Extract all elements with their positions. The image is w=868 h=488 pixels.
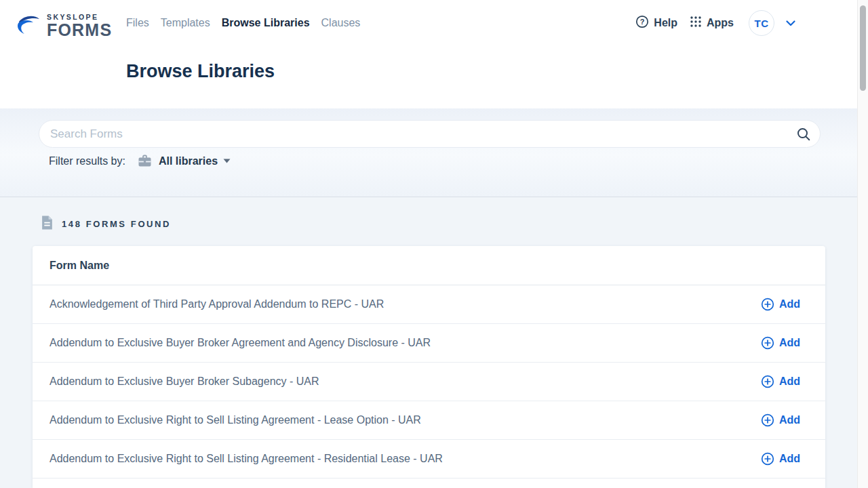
- plus-circle-icon: [761, 298, 774, 311]
- form-name: Addendum to Exclusive Buyer Broker Subag…: [50, 375, 319, 388]
- filter-label: Filter results by:: [49, 155, 125, 167]
- skyslope-swoosh-icon: [15, 13, 42, 40]
- table-row: Addendum to Exclusive Buyer Broker Subag…: [33, 363, 825, 401]
- add-label: Add: [779, 298, 800, 310]
- account-menu-chevron-down-icon[interactable]: [786, 20, 795, 26]
- table-row: Addendum to Exclusive Right to Sell List…: [33, 401, 825, 440]
- main-nav: Files Templates Browse Libraries Clauses: [126, 17, 360, 29]
- page-title: Browse Libraries: [126, 61, 275, 82]
- plus-circle-icon: [761, 413, 774, 427]
- form-name: Addendum to Exclusive Right to Sell List…: [50, 414, 421, 426]
- add-label: Add: [779, 337, 800, 349]
- help-button[interactable]: ? Help: [635, 15, 677, 31]
- nav-item-clauses[interactable]: Clauses: [321, 17, 361, 29]
- nav-item-templates[interactable]: Templates: [161, 17, 210, 29]
- document-icon: [41, 216, 53, 232]
- caret-down-icon: [223, 159, 231, 163]
- logo-text: SKYSLOPE FORMS: [47, 13, 112, 40]
- form-name: Addendum to Exclusive Right to Sell List…: [50, 453, 443, 465]
- search-section: Filter results by: All libraries: [0, 108, 868, 197]
- nav-item-files[interactable]: Files: [126, 17, 149, 29]
- logo-forms-label: FORMS: [47, 21, 112, 39]
- briefcase-icon: [138, 155, 152, 167]
- results-header: 148 FORMS FOUND: [41, 216, 171, 232]
- plus-circle-icon: [761, 452, 774, 466]
- add-label: Add: [779, 414, 800, 426]
- search-input[interactable]: [39, 127, 796, 141]
- help-label: Help: [654, 17, 677, 29]
- nav-item-browse-libraries[interactable]: Browse Libraries: [222, 17, 310, 29]
- svg-text:?: ?: [640, 18, 645, 26]
- form-name: Acknowledgement of Third Party Approval …: [50, 298, 384, 310]
- header-actions: ? Help Apps TC: [635, 9, 795, 37]
- add-form-button[interactable]: Add: [761, 336, 800, 350]
- apps-button[interactable]: Apps: [690, 16, 734, 30]
- add-form-button[interactable]: Add: [761, 413, 800, 427]
- plus-circle-icon: [761, 375, 774, 388]
- apps-grid-icon: [690, 16, 702, 30]
- add-form-button[interactable]: Add: [761, 375, 800, 388]
- search-bar: [39, 120, 821, 148]
- add-label: Add: [779, 453, 800, 465]
- table-header-form-name: Form Name: [33, 246, 825, 285]
- user-avatar[interactable]: TC: [749, 10, 774, 36]
- form-name: Addendum to Exclusive Buyer Broker Agree…: [50, 337, 431, 349]
- add-label: Add: [779, 375, 800, 388]
- table-row: Acknowledgement of Third Party Approval …: [33, 285, 825, 324]
- app-header: SKYSLOPE FORMS Files Templates Browse Li…: [0, 0, 868, 108]
- add-form-button[interactable]: Add: [761, 452, 800, 466]
- filter-row: Filter results by: All libraries: [49, 155, 231, 167]
- forms-found-count: 148 FORMS FOUND: [62, 219, 171, 229]
- library-filter-dropdown[interactable]: All libraries: [138, 155, 231, 167]
- table-row: Addendum to Exclusive Right to Sell List…: [33, 440, 825, 479]
- forms-results-section: 148 FORMS FOUND Form Name Acknowledgemen…: [0, 197, 868, 488]
- search-icon[interactable]: [796, 127, 811, 142]
- help-icon: ?: [635, 15, 649, 31]
- plus-circle-icon: [761, 336, 774, 350]
- page-scrollbar[interactable]: [857, 0, 868, 488]
- table-row: Addendum to Exclusive Buyer Broker Agree…: [33, 324, 825, 363]
- apps-label: Apps: [707, 17, 734, 29]
- forms-table: Form Name Acknowledgement of Third Party…: [33, 246, 825, 488]
- filter-value: All libraries: [159, 155, 218, 167]
- add-form-button[interactable]: Add: [761, 298, 800, 311]
- scrollbar-thumb[interactable]: [860, 5, 866, 91]
- skyslope-forms-logo[interactable]: SKYSLOPE FORMS: [15, 13, 112, 40]
